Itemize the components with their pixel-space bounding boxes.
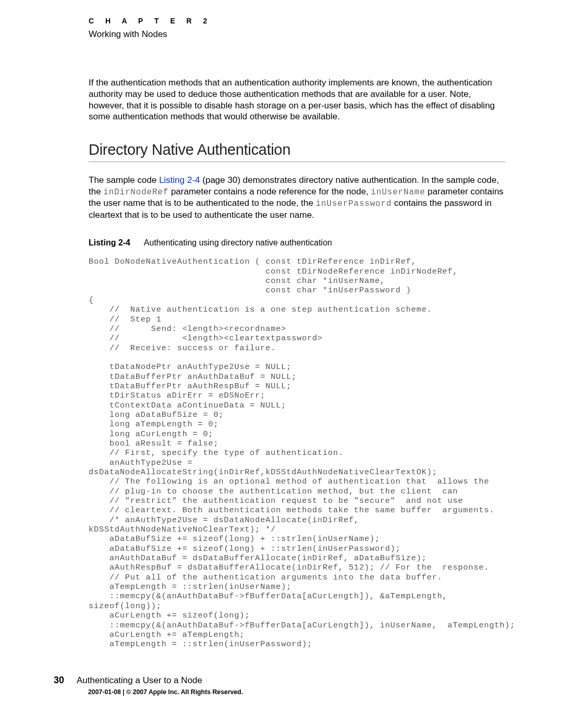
section-heading: Directory Native Authentication <box>89 141 506 162</box>
chapter-title: Working with Nodes <box>89 29 506 40</box>
inline-code: inDirNodeRef <box>103 188 168 197</box>
page: C H A P T E R 2 Working with Nodes If th… <box>0 0 563 728</box>
sample-paragraph: The sample code Listing 2-4 (page 30) de… <box>89 175 506 220</box>
listing-header: Listing 2-4 Authenticating using directo… <box>89 238 506 248</box>
inline-code: inUserPassword <box>316 199 392 208</box>
inline-code: inUserName <box>371 188 425 197</box>
listing-link[interactable]: Listing 2-4 <box>159 175 200 185</box>
listing-label: Listing 2-4 <box>89 238 130 247</box>
footer-title: Authenticating a User to a Node <box>77 675 202 686</box>
text-fragment: parameter contains a node reference for … <box>168 187 371 196</box>
chapter-label: C H A P T E R 2 <box>89 17 506 25</box>
intro-paragraph: If the authentication methods that an au… <box>89 77 506 122</box>
page-footer: 30 Authenticating a User to a Node 2007-… <box>54 675 243 696</box>
footer-copyright: 2007-01-08 | © 2007 Apple Inc. All Right… <box>88 688 243 696</box>
page-number: 30 <box>54 675 64 686</box>
listing-caption: Authenticating using directory native au… <box>144 238 332 247</box>
text-fragment: The sample code <box>89 175 159 185</box>
code-block: Bool DoNodeNativeAuthentication ( const … <box>89 257 506 649</box>
